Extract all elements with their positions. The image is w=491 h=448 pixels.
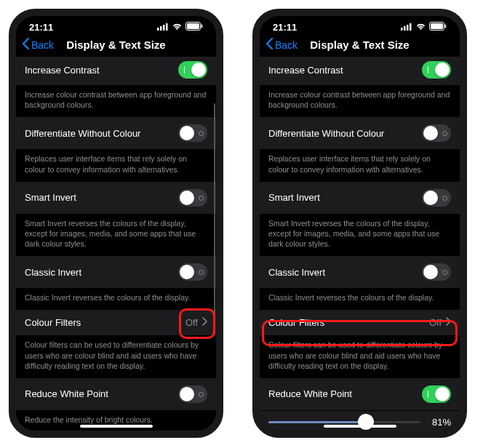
row-increase-contrast[interactable]: Increase Contrast: [16, 57, 216, 86]
row-desc: Classic Invert reverses the colours of t…: [16, 289, 216, 310]
scroll-indicator: [214, 103, 215, 321]
white-point-slider[interactable]: [268, 421, 420, 423]
slider-percent: 81%: [426, 417, 451, 428]
row-label: Differentiate Without Colour: [25, 128, 140, 139]
svg-rect-3: [166, 23, 168, 31]
svg-rect-8: [404, 26, 406, 31]
row-smart-invert[interactable]: Smart Invert: [16, 182, 216, 215]
row-diff-without-colour[interactable]: Differentiate Without Colour: [260, 117, 460, 150]
back-button[interactable]: Back: [266, 38, 298, 52]
row-colour-filters[interactable]: Colour Filters Off: [16, 310, 216, 336]
battery-icon: [185, 22, 203, 33]
row-label: Smart Invert: [268, 192, 320, 203]
chevron-right-icon: [202, 317, 207, 328]
row-label: Colour Filters: [25, 317, 81, 328]
chevron-left-icon: [22, 38, 30, 52]
chevron-left-icon: [266, 38, 274, 52]
signal-icon: [157, 22, 169, 33]
phone-right: 21:11 Back Display & Text Size Increase …: [252, 9, 467, 438]
status-time: 21:11: [29, 22, 53, 33]
row-label: Increase Contrast: [268, 65, 343, 76]
battery-icon: [429, 22, 447, 33]
svg-rect-0: [157, 28, 159, 31]
row-label: Smart Invert: [25, 192, 76, 203]
row-label: Classic Invert: [25, 267, 81, 278]
status-indicators: [157, 22, 203, 33]
row-colour-filters[interactable]: Colour Filters Off: [260, 310, 460, 336]
back-label: Back: [275, 39, 298, 51]
row-desc: Smart Invert reverses the colours of the…: [260, 215, 460, 257]
svg-rect-10: [410, 23, 412, 31]
toggle-classic-invert[interactable]: [422, 263, 451, 281]
row-reduce-white-point[interactable]: Reduce White Point: [16, 378, 216, 411]
settings-list[interactable]: Increase Contrast Increase colour contra…: [16, 57, 216, 431]
slider-fill: [268, 421, 366, 423]
toggle-increase-contrast[interactable]: [422, 61, 451, 79]
status-bar: 21:11: [16, 16, 216, 34]
row-label: Reduce White Point: [25, 388, 108, 399]
row-desc: Colour filters can be used to differenti…: [260, 336, 460, 378]
row-desc: Replaces user interface items that rely …: [16, 150, 216, 181]
row-desc: Colour filters can be used to differenti…: [16, 336, 216, 378]
row-label: Classic Invert: [268, 267, 325, 278]
signal-icon: [401, 22, 412, 33]
row-label: Differentiate Without Colour: [268, 128, 384, 139]
svg-rect-2: [163, 25, 165, 31]
row-diff-without-colour[interactable]: Differentiate Without Colour: [16, 117, 216, 150]
phone-left: 21:11 Back Display & Text Size Increase …: [9, 9, 223, 438]
row-increase-contrast[interactable]: Increase Contrast: [260, 57, 460, 86]
row-reduce-white-point[interactable]: Reduce White Point: [260, 378, 460, 411]
row-label: Increase Contrast: [25, 65, 100, 76]
svg-rect-13: [445, 25, 447, 28]
svg-rect-12: [431, 23, 443, 29]
toggle-reduce-white-point[interactable]: [422, 385, 451, 403]
row-desc: Smart Invert reverses the colours of the…: [16, 215, 216, 257]
row-desc: Increase colour contrast between app for…: [260, 86, 460, 117]
wifi-icon: [415, 22, 426, 33]
slider-thumb[interactable]: [358, 414, 374, 430]
nav-bar: Back Display & Text Size: [16, 34, 216, 57]
row-value: Off: [429, 317, 442, 328]
toggle-classic-invert[interactable]: [178, 263, 207, 281]
row-desc: Replaces user interface items that rely …: [260, 150, 460, 181]
svg-rect-1: [160, 26, 162, 31]
status-indicators: [401, 22, 447, 33]
back-button[interactable]: Back: [22, 38, 54, 52]
chevron-right-icon: [446, 317, 451, 328]
status-time: 21:11: [273, 22, 297, 33]
svg-rect-6: [201, 25, 203, 28]
row-label: Colour Filters: [268, 317, 324, 328]
wifi-icon: [172, 22, 183, 33]
back-label: Back: [31, 39, 54, 51]
svg-rect-9: [407, 25, 409, 31]
status-bar: 21:11: [260, 16, 460, 34]
row-value: Off: [185, 317, 198, 328]
toggle-diff-without-colour[interactable]: [178, 124, 207, 142]
row-label: Reduce White Point: [268, 388, 352, 399]
home-indicator[interactable]: [324, 425, 396, 428]
home-indicator[interactable]: [80, 425, 153, 428]
row-desc: Increase colour contrast between app for…: [16, 86, 216, 117]
toggle-smart-invert[interactable]: [422, 189, 451, 207]
toggle-smart-invert[interactable]: [178, 189, 207, 207]
nav-bar: Back Display & Text Size: [260, 34, 460, 57]
settings-list[interactable]: Increase Contrast Increase colour contra…: [260, 57, 460, 431]
row-classic-invert[interactable]: Classic Invert: [16, 256, 216, 289]
row-classic-invert[interactable]: Classic Invert: [260, 256, 460, 289]
toggle-diff-without-colour[interactable]: [422, 124, 451, 142]
toggle-reduce-white-point[interactable]: [178, 385, 207, 403]
svg-rect-5: [187, 23, 199, 29]
row-desc: Classic Invert reverses the colours of t…: [260, 289, 460, 310]
toggle-increase-contrast[interactable]: [178, 61, 207, 79]
svg-rect-7: [401, 28, 403, 31]
row-smart-invert[interactable]: Smart Invert: [260, 182, 460, 215]
